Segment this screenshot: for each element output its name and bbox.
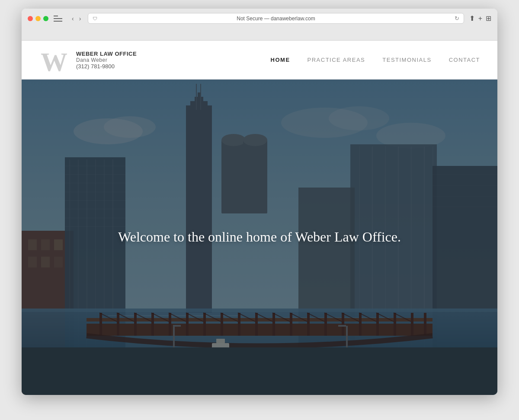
traffic-lights	[28, 16, 48, 21]
svg-text:W: W	[41, 47, 67, 75]
phone-number: (312) 781-9800	[76, 63, 137, 70]
hero-text-container: Welcome to the online home of Weber Law …	[22, 80, 497, 395]
browser-window: ‹ › 🛡 Not Secure — danaweberlaw.com ↻ ⬆ …	[22, 9, 497, 395]
share-icon[interactable]: ⬆	[469, 14, 475, 22]
nav-home[interactable]: HOME	[271, 57, 290, 63]
address-bar[interactable]: 🛡 Not Secure — danaweberlaw.com ↻	[88, 13, 464, 24]
nav-testimonials[interactable]: TESTIMONIALS	[382, 57, 431, 63]
hero-section: Welcome to the online home of Weber Law …	[22, 80, 497, 395]
security-icon: 🛡	[93, 16, 97, 21]
browser-navigation: ‹ ›	[70, 14, 83, 23]
hero-headline: Welcome to the online home of Weber Law …	[118, 228, 401, 246]
site-nav: HOME PRACTICE AREAS TESTIMONIALS CONTACT	[271, 57, 480, 63]
logo-text: WEBER LAW OFFICE Dana Weber (312) 781-98…	[76, 51, 137, 70]
sidebar-toggle-icon[interactable]	[54, 16, 62, 22]
maximize-button[interactable]	[43, 16, 48, 21]
tab-grid-icon[interactable]: ⊞	[486, 14, 491, 22]
reload-button[interactable]: ↻	[455, 15, 459, 22]
tab-bar	[28, 27, 491, 40]
logo-area: W WEBER LAW OFFICE Dana Weber (312) 781-…	[39, 45, 137, 75]
nav-practice-areas[interactable]: PRACTICE AREAS	[308, 57, 365, 63]
nav-contact[interactable]: CONTACT	[449, 57, 480, 63]
attorney-name: Dana Weber	[76, 57, 137, 63]
firm-name: WEBER LAW OFFICE	[76, 51, 137, 57]
browser-actions: ⬆ + ⊞	[469, 14, 491, 22]
browser-chrome: ‹ › 🛡 Not Secure — danaweberlaw.com ↻ ⬆ …	[22, 9, 497, 41]
minimize-button[interactable]	[35, 16, 41, 21]
back-button[interactable]: ‹	[70, 14, 76, 23]
close-button[interactable]	[28, 16, 33, 21]
site-header: W WEBER LAW OFFICE Dana Weber (312) 781-…	[22, 41, 497, 80]
url-text: Not Secure — danaweberlaw.com	[100, 16, 452, 22]
new-tab-icon[interactable]: +	[478, 15, 482, 22]
website-content: W WEBER LAW OFFICE Dana Weber (312) 781-…	[22, 41, 497, 395]
logo-icon: W	[39, 45, 69, 75]
forward-button[interactable]: ›	[77, 14, 83, 23]
